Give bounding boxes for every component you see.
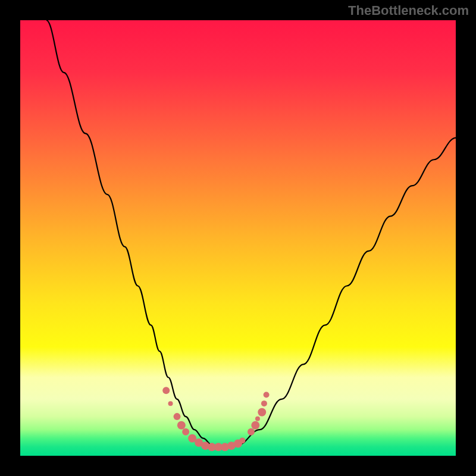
curve-marker — [177, 421, 186, 430]
curve-marker — [258, 408, 266, 416]
curve-marker — [255, 416, 260, 421]
curve-marker — [182, 428, 189, 436]
curve-marker — [251, 421, 259, 430]
curve-marker — [261, 400, 267, 406]
curve-marker — [248, 428, 255, 436]
curve-marker — [162, 387, 170, 394]
chart-plot-area — [20, 20, 456, 456]
curve-marker — [239, 437, 245, 443]
bottleneck-curve-path — [46, 20, 456, 447]
chart-curve-layer — [20, 20, 456, 456]
curve-marker — [264, 392, 270, 398]
watermark-text: TheBottleneck.com — [348, 3, 469, 18]
curve-marker — [174, 413, 181, 420]
curve-markers — [162, 387, 269, 451]
curve-marker — [168, 401, 173, 406]
